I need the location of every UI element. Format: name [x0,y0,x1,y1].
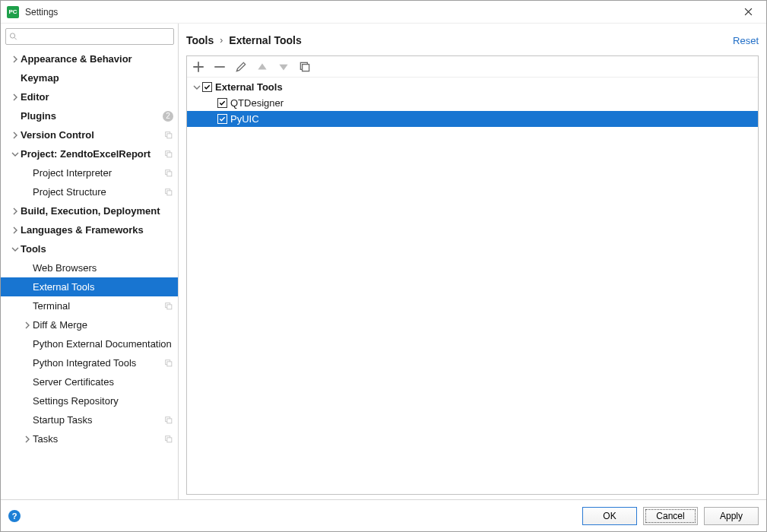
svg-rect-19 [303,64,309,71]
svg-point-0 [10,33,14,38]
chevron-right-icon [10,130,21,141]
sidebar-item[interactable]: Diff & Merge [1,315,178,334]
sidebar-item[interactable]: Project Interpreter [1,163,178,182]
chevron-down-icon [10,149,21,160]
sidebar-item[interactable]: Version Control [1,125,178,144]
move-up-button[interactable] [255,60,269,74]
sidebar-item-label: Languages & Frameworks [21,224,173,236]
copy-button[interactable] [298,60,312,74]
sidebar-item[interactable]: Settings Repository [1,391,178,410]
sidebar-item-label: Appearance & Behavior [21,53,173,65]
sidebar-item[interactable]: Appearance & Behavior [1,49,178,68]
chevron-right-icon [10,206,21,217]
window-title: Settings [25,7,58,17]
add-button[interactable] [192,60,205,74]
edit-button[interactable] [234,60,248,74]
remove-button[interactable] [213,60,227,74]
sidebar-item[interactable]: Terminal [1,296,178,315]
chevron-down-icon [192,82,202,93]
triangle-down-icon [277,60,290,74]
close-icon [744,8,753,16]
settings-tree[interactable]: Appearance & BehaviorKeymapEditorPlugins… [1,49,178,499]
external-tools-tree[interactable]: External ToolsQTDesignerPyUIC [187,78,758,494]
sidebar-item-label: Server Certificates [33,376,173,388]
arrow-placeholder [22,339,33,350]
sidebar-item-label: Python External Documentation [33,338,173,350]
chevron-right-icon [10,54,21,65]
project-scope-icon [164,435,173,444]
arrow-placeholder [22,301,33,312]
titlebar: PC Settings [1,1,766,24]
arrow-placeholder [22,415,33,426]
sidebar-item-label: Terminal [33,300,164,312]
sidebar-item[interactable]: Web Browsers [1,258,178,277]
project-scope-icon [164,150,173,159]
arrow-placeholder [22,168,33,179]
sidebar-item[interactable]: Startup Tasks [1,410,178,429]
svg-rect-11 [167,304,172,309]
sidebar-item[interactable]: Python Integrated Tools [1,353,178,372]
project-scope-icon [164,359,173,368]
svg-rect-17 [167,437,172,442]
sidebar-item[interactable]: Python External Documentation [1,334,178,353]
sidebar-item[interactable]: Editor [1,87,178,106]
app-icon: PC [7,6,19,18]
svg-rect-7 [167,171,172,176]
arrow-placeholder [22,263,33,274]
cancel-button[interactable]: Cancel [643,507,698,525]
sidebar-item-label: Diff & Merge [33,319,173,331]
sidebar-item-label: Version Control [21,129,164,141]
update-badge: 2 [163,111,173,122]
sidebar-item[interactable]: Tasks [1,429,178,448]
sidebar-item-label: Build, Execution, Deployment [21,205,173,217]
external-tool-item[interactable]: PyUIC [187,111,758,127]
external-tools-panel: External ToolsQTDesignerPyUIC [186,55,759,495]
chevron-right-icon [22,320,33,331]
sidebar-item[interactable]: Project Structure [1,182,178,201]
breadcrumb-part: External Tools [229,34,301,46]
svg-rect-9 [167,190,172,195]
minus-icon [213,60,227,74]
sidebar-item[interactable]: Server Certificates [1,372,178,391]
help-button[interactable]: ? [8,510,21,522]
sidebar-item-label: Keymap [21,72,173,84]
sidebar-item[interactable]: Plugins2 [1,106,178,125]
arrow-placeholder [22,282,33,293]
sidebar-item[interactable]: External Tools [1,277,178,296]
search-input[interactable] [21,30,170,43]
checkbox[interactable] [217,98,227,108]
search-box[interactable] [5,28,174,45]
sidebar-item-label: Tools [21,243,173,255]
svg-rect-15 [167,418,172,423]
arrow-placeholder [10,73,21,84]
checkbox[interactable] [202,82,212,92]
apply-button[interactable]: Apply [704,507,759,525]
plus-icon [192,60,205,74]
sidebar-item-label: Project Interpreter [33,167,164,179]
arrow-placeholder [22,377,33,388]
sidebar-item-label: Project: ZendtoExcelReport [21,148,164,160]
sidebar-item[interactable]: Build, Execution, Deployment [1,201,178,220]
arrow-placeholder [22,358,33,369]
arrow-placeholder [22,187,33,198]
svg-line-1 [14,37,17,40]
move-down-button[interactable] [277,60,290,74]
external-tool-item[interactable]: QTDesigner [187,95,758,111]
sidebar-item-label: Startup Tasks [33,414,164,426]
content-pane: Tools › External Tools Reset [179,24,766,499]
tool-label: QTDesigner [230,97,284,109]
sidebar-item[interactable]: Keymap [1,68,178,87]
checkbox[interactable] [217,114,227,124]
sidebar-item-label: Project Structure [33,186,164,198]
external-tools-group[interactable]: External Tools [187,79,758,95]
sidebar-item[interactable]: Tools [1,239,178,258]
sidebar-item[interactable]: Project: ZendtoExcelReport [1,144,178,163]
project-scope-icon [164,169,173,178]
sidebar-item-label: Web Browsers [33,262,173,274]
footer: ? OK Cancel Apply [1,499,766,531]
reset-link[interactable]: Reset [733,35,759,46]
close-button[interactable] [736,1,760,24]
sidebar-item[interactable]: Languages & Frameworks [1,220,178,239]
sidebar-item-label: External Tools [33,281,173,293]
ok-button[interactable]: OK [582,507,637,525]
